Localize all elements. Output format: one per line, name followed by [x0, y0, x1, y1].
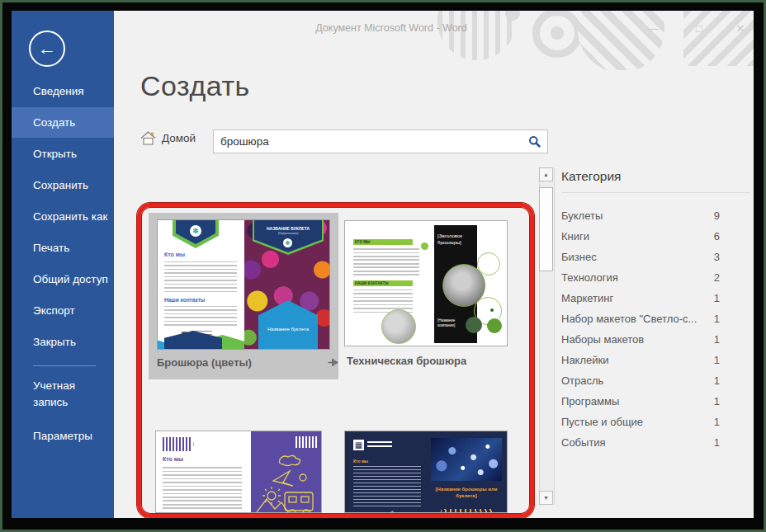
search-button[interactable] [522, 130, 547, 153]
backstage-sidebar: ← Сведения Создать Открыть Сохранить Сох… [12, 11, 114, 518]
search-icon [528, 135, 541, 148]
category-row-marketing[interactable]: Маркетинг 1 [561, 289, 749, 309]
category-count: 3 [695, 251, 720, 263]
page-title: Создать [140, 70, 250, 102]
home-label: Домой [162, 132, 196, 144]
category-count: 6 [695, 230, 720, 242]
target-ring-decoration [532, 11, 582, 58]
category-divider [561, 192, 749, 193]
category-panel-title: Категория [561, 169, 621, 184]
barcode-decoration [296, 436, 317, 448]
search-input[interactable] [214, 135, 522, 148]
dot-decoration [505, 11, 520, 21]
text-lines [353, 248, 419, 276]
category-count: 1 [695, 436, 720, 449]
category-count: 1 [695, 395, 720, 407]
category-row-nabor-maketov-svetlo[interactable]: Набор макетов "Светло-с... 1 [561, 309, 749, 330]
word-backstage-window: Документ Microsoft Word - Word — □ ✕ ← С… [12, 11, 754, 518]
back-button[interactable]: ← [29, 31, 65, 67]
grass-decoration [441, 509, 494, 513]
sidebar-item-svedeniya[interactable]: Сведения [12, 76, 114, 106]
logo-text: ⌇ [192, 441, 195, 447]
category-row-nabory-maketov[interactable]: Наборы макетов 1 [561, 330, 749, 351]
scrollbar-thumb[interactable] [539, 187, 553, 271]
category-row-tehnologiya[interactable]: Технология 2 [561, 268, 749, 289]
category-count: 9 [695, 210, 720, 222]
titlebar-decorations [114, 11, 754, 70]
sidebar-divider [33, 365, 96, 366]
maximize-button[interactable]: □ [687, 22, 712, 35]
text-lines [164, 306, 237, 327]
template-title-broshyura-cvety: Брошюра (цветы) [157, 356, 322, 369]
striped-circle-decoration [578, 11, 664, 70]
sidebar-item-eksport[interactable]: Экспорт [12, 295, 114, 326]
category-count: 1 [695, 333, 720, 346]
category-row-pustye-i-obschie[interactable]: Пустые и общие 1 [561, 412, 749, 433]
category-row-buklety[interactable]: Буклеты 9 [561, 206, 749, 227]
category-count: 1 [695, 416, 720, 428]
category-row-programmy[interactable]: Программы 1 [561, 392, 749, 412]
travel-line-art [255, 453, 319, 513]
template-search-box [213, 129, 548, 153]
minimize-button[interactable]: — [641, 22, 665, 35]
category-count: 1 [695, 313, 720, 325]
template-thumbnail-travel-broshyura[interactable]: ⌇ Кто мы [155, 431, 322, 513]
category-row-otrasl[interactable]: Отрасль 1 [561, 371, 749, 392]
category-count: 1 [695, 354, 720, 366]
template-thumbnail-dark-broshyura[interactable]: ▦ Кто мы [Название брошюры или буклета] [344, 431, 508, 513]
category-row-nakleyki[interactable]: Наклейки 1 [561, 351, 749, 371]
bars-circle-decoration [437, 11, 516, 60]
category-row-knigi[interactable]: Книги 6 [561, 227, 749, 247]
scrollbar-down-button[interactable]: ▼ [539, 491, 553, 505]
template-thumbnail-broshyura-cvety[interactable]: ✽ Кто мы Наши контакты ▦ НАЗВАНИЕ БУКЛЕТ… [157, 219, 330, 350]
sidebar-item-zakryt[interactable]: Закрыть [12, 327, 114, 357]
scrollbar-up-button[interactable]: ▲ [539, 167, 553, 181]
megaphone-illustration [368, 507, 401, 513]
bokeh-photo [431, 438, 502, 481]
office-photo [381, 309, 416, 344]
category-row-biznes[interactable]: Бизнес 3 [561, 247, 749, 268]
flower-logo-icon: ✽ [190, 225, 201, 237]
screenshot-frame: Документ Microsoft Word - Word — □ ✕ ← С… [0, 0, 766, 532]
pin-icon[interactable] [328, 357, 338, 368]
text-lines [163, 467, 242, 510]
sidebar-item-sohranit[interactable]: Сохранить [12, 170, 114, 200]
company-logo-icon: ▦ [353, 440, 364, 450]
category-row-sobytiya[interactable]: События 1 [561, 433, 749, 454]
template-thumbnail-tehnicheskaya-broshyura[interactable]: КТО МЫ НАШИ КОНТАКТЫ [Заголовок брошюры]… [344, 220, 508, 346]
sidebar-item-parametry[interactable]: Параметры [12, 421, 114, 451]
barcode-decoration [163, 437, 191, 451]
back-arrow-icon: ← [38, 38, 56, 59]
window-title: Документ Microsoft Word - Word [226, 22, 556, 34]
category-count: 1 [695, 374, 720, 387]
sidebar-item-sozdat[interactable]: Создать [12, 107, 114, 138]
sidebar-item-pechat[interactable]: Печать [12, 233, 114, 263]
category-count: 1 [695, 292, 720, 304]
text-lines [353, 466, 421, 507]
text-lines [353, 290, 413, 313]
flower-logo-icon: ✽ [283, 238, 292, 247]
home-icon [140, 131, 156, 145]
sidebar-item-uchetnaya-zapis[interactable]: Учетная запись [12, 378, 86, 411]
close-button[interactable]: ✕ [728, 22, 753, 35]
sidebar-item-otkryt[interactable]: Открыть [12, 139, 114, 169]
text-lines [164, 261, 237, 293]
template-title-tehnicheskaya-broshyura[interactable]: Техническая брошюра [347, 355, 512, 367]
diagonal-stripes-decoration [683, 11, 754, 66]
people-photo [442, 264, 485, 307]
category-count: 2 [695, 271, 720, 284]
sidebar-item-obschiy-dostup[interactable]: Общий доступ [12, 264, 114, 294]
breadcrumb-home[interactable]: Домой [140, 131, 196, 145]
sidebar-item-sohranit-kak[interactable]: Сохранить как [12, 201, 114, 232]
